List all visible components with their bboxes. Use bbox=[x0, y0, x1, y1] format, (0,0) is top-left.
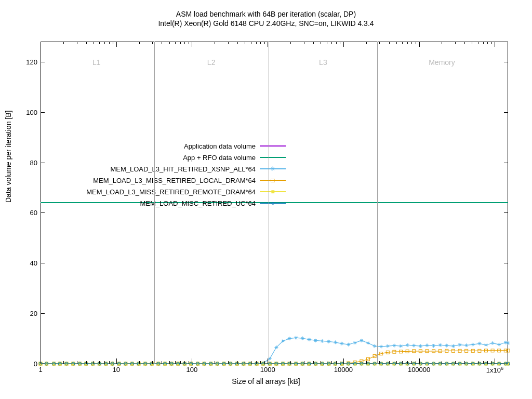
cache-boundary-line bbox=[377, 42, 378, 364]
x-tick-minor bbox=[256, 42, 257, 44]
x-tick bbox=[495, 358, 495, 364]
x-tick-minor bbox=[336, 42, 337, 44]
x-tick-minor bbox=[251, 42, 251, 44]
x-tick-minor bbox=[487, 42, 488, 44]
chart-title-line1: ASM load benchmark with 64B per iteratio… bbox=[0, 9, 532, 19]
x-tick-minor bbox=[304, 361, 304, 364]
x-tick-minor bbox=[491, 42, 492, 44]
x-tick-minor bbox=[379, 42, 380, 44]
y-tick bbox=[41, 62, 45, 62]
x-tick-minor bbox=[336, 361, 337, 364]
y-tick bbox=[504, 112, 508, 113]
legend-item-label: MEM_LOAD_MISC_RETIRED_UC*64 bbox=[140, 200, 256, 207]
cache-region-label: L1 bbox=[92, 58, 101, 66]
x-tick-minor bbox=[251, 361, 251, 364]
legend-item: MEM_LOAD_L3_MISS_RETIRED_REMOTE_DRAM*64■ bbox=[57, 186, 286, 197]
x-tick-minor bbox=[407, 42, 408, 44]
legend-sample: ○ bbox=[260, 200, 286, 207]
y-tick-label: 20 bbox=[17, 310, 37, 317]
y-tick-label: 120 bbox=[17, 58, 37, 65]
x-tick-minor bbox=[416, 361, 416, 364]
x-tick-minor bbox=[237, 42, 238, 44]
legend-sample bbox=[260, 154, 286, 161]
cache-region-label: L3 bbox=[319, 58, 327, 66]
chart-title: ASM load benchmark with 64B per iteratio… bbox=[0, 9, 532, 28]
x-tick-minor bbox=[491, 361, 492, 364]
x-tick-minor bbox=[169, 361, 170, 364]
y-tick-label: 100 bbox=[17, 108, 37, 116]
x-tick-minor bbox=[442, 42, 442, 44]
x-tick bbox=[116, 358, 117, 364]
x-tick-minor bbox=[396, 361, 397, 364]
y-tick bbox=[504, 313, 508, 314]
x-tick-minor bbox=[215, 361, 215, 364]
x-tick-minor bbox=[389, 42, 390, 44]
x-tick-minor bbox=[340, 361, 340, 364]
x-tick bbox=[343, 358, 344, 364]
legend: Application data volumeApp + RFO data vo… bbox=[57, 140, 286, 209]
x-tick-minor bbox=[63, 42, 64, 44]
x-tick-label: 100 bbox=[187, 366, 198, 374]
x-tick-minor bbox=[379, 361, 380, 364]
legend-sample: □ bbox=[260, 177, 286, 184]
x-tick-minor bbox=[180, 361, 181, 364]
x-tick-label: 10000 bbox=[334, 366, 353, 374]
x-tick-minor bbox=[99, 42, 100, 44]
y-tick bbox=[41, 364, 45, 364]
x-tick-minor bbox=[416, 42, 416, 44]
x-tick-minor bbox=[169, 42, 170, 44]
y-tick bbox=[504, 263, 508, 263]
legend-item: App + RFO data volume bbox=[57, 152, 286, 163]
x-tick-minor bbox=[184, 42, 185, 44]
x-tick bbox=[192, 42, 192, 47]
legend-item: Application data volume bbox=[57, 140, 286, 152]
x-tick-minor bbox=[228, 42, 229, 44]
legend-item-label: Application data volume bbox=[184, 142, 256, 150]
x-tick-minor bbox=[189, 42, 189, 44]
x-tick-minor bbox=[407, 361, 408, 364]
x-axis-label: Size of all arrays [kB] bbox=[0, 377, 532, 385]
y-tick bbox=[504, 212, 508, 213]
x-tick-label: 1000 bbox=[260, 366, 275, 374]
x-tick-minor bbox=[109, 361, 110, 364]
chart-title-line2: Intel(R) Xeon(R) Gold 6148 CPU 2.40GHz, … bbox=[0, 19, 532, 28]
x-tick bbox=[192, 358, 192, 364]
x-tick bbox=[343, 42, 344, 47]
x-tick bbox=[495, 42, 495, 47]
x-tick-minor bbox=[366, 42, 367, 44]
y-tick-label: 60 bbox=[17, 209, 37, 217]
x-tick bbox=[41, 358, 41, 364]
y-tick-label: 40 bbox=[17, 259, 37, 267]
x-tick-minor bbox=[113, 42, 113, 44]
x-tick-minor bbox=[411, 361, 412, 364]
x-tick-minor bbox=[313, 361, 314, 364]
x-tick-minor bbox=[464, 361, 465, 364]
legend-sample bbox=[260, 142, 286, 150]
x-tick-minor bbox=[94, 361, 94, 364]
x-tick-minor bbox=[472, 361, 472, 364]
cache-region-label: Memory bbox=[429, 58, 455, 66]
x-tick-minor bbox=[331, 361, 332, 364]
x-tick-minor bbox=[86, 42, 87, 44]
x-tick-minor bbox=[478, 42, 478, 44]
y-tick-label: 0 bbox=[17, 360, 37, 368]
x-tick bbox=[419, 358, 420, 364]
x-tick-minor bbox=[162, 361, 162, 364]
legend-item: MEM_LOAD_L3_MISS_RETIRED_LOCAL_DRAM*64□ bbox=[57, 175, 286, 186]
x-tick-minor bbox=[86, 361, 87, 364]
x-tick-minor bbox=[366, 361, 367, 364]
x-tick-minor bbox=[396, 42, 397, 44]
x-tick-minor bbox=[260, 42, 261, 44]
x-tick-minor bbox=[99, 361, 100, 364]
y-tick bbox=[504, 163, 508, 163]
y-tick bbox=[41, 313, 45, 314]
x-tick-minor bbox=[175, 361, 176, 364]
x-tick-minor bbox=[389, 361, 390, 364]
x-tick-minor bbox=[94, 42, 94, 44]
x-tick-minor bbox=[478, 361, 478, 364]
x-tick-minor bbox=[321, 42, 321, 44]
x-tick-minor bbox=[327, 361, 327, 364]
x-tick-minor bbox=[331, 42, 332, 44]
x-tick-minor bbox=[483, 361, 484, 364]
x-tick-minor bbox=[104, 361, 105, 364]
